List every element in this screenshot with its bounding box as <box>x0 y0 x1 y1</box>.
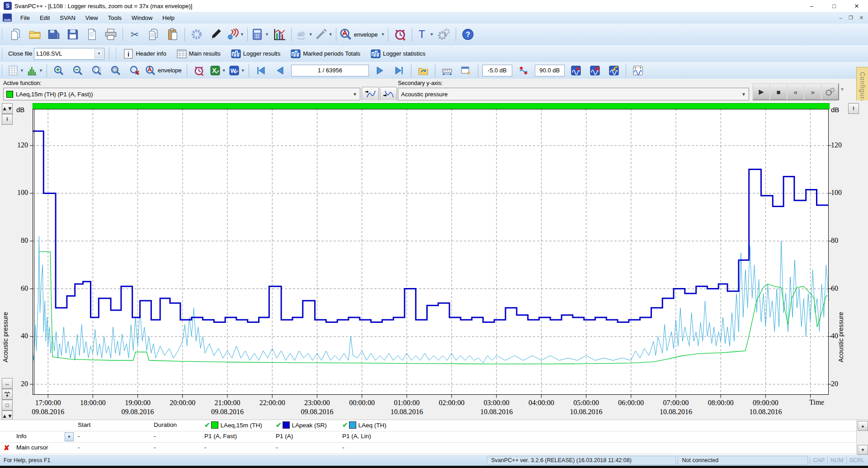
zoom-box-button[interactable]: □ <box>2 400 13 411</box>
page-indicator-field[interactable]: 1 / 63956 <box>291 65 369 76</box>
secondary-axis-select[interactable]: Acoustic pressure ▼ <box>398 88 749 100</box>
y-autoscale-right-button[interactable]: Ɨ <box>848 103 859 114</box>
sound-level-button[interactable]: ▼ <box>225 25 245 43</box>
calculator-button[interactable]: ▼ <box>250 25 270 43</box>
labels-button[interactable]: ▼ <box>294 25 314 43</box>
tools-button[interactable] <box>434 25 453 43</box>
zoom-page-button[interactable] <box>87 63 106 78</box>
refresh-button[interactable] <box>414 63 433 78</box>
settings-button[interactable] <box>187 25 206 43</box>
word-export-button[interactable]: ▼ <box>227 63 246 78</box>
wave-display-button[interactable] <box>628 63 647 78</box>
scroll-up-icon[interactable]: ▲ <box>858 421 868 431</box>
markers-button[interactable] <box>438 63 457 78</box>
alarm-clock-button[interactable] <box>391 25 410 43</box>
menu-item-svan[interactable]: SVAN <box>55 13 80 23</box>
start-column-header: Start <box>78 421 91 428</box>
app-icon: S <box>4 2 12 10</box>
wave-save-button[interactable] <box>566 63 585 78</box>
info-scrollbar[interactable]: ▲ ▼ <box>856 420 868 455</box>
legend-item[interactable]: ✔LAeq,15m (TH) <box>204 421 262 429</box>
first-page-button[interactable] <box>251 63 270 78</box>
mdi-minimize-icon[interactable]: – <box>840 15 842 21</box>
logger-results-button[interactable]: Logger results <box>228 47 283 61</box>
chevron-down-icon: ▼ <box>381 32 385 37</box>
marked-periods-totals-button[interactable]: Marked periods Totals <box>288 47 363 61</box>
chart-settings-button[interactable] <box>821 83 839 100</box>
minimize-icon[interactable]: – <box>800 0 823 12</box>
menu-item-window[interactable]: Window <box>127 13 157 23</box>
menu-item-file[interactable]: File <box>15 13 35 23</box>
fast-forward-button[interactable]: » <box>804 83 822 100</box>
level-high-field[interactable]: 90.0 dB <box>535 65 565 76</box>
clockmag-icon <box>193 65 204 76</box>
chevron-down-icon[interactable]: ▼ <box>840 87 844 92</box>
new-window-button[interactable] <box>457 63 476 78</box>
zoom-out-button[interactable] <box>68 63 87 78</box>
scroll-down-icon[interactable]: ▼ <box>858 445 868 455</box>
legend-item[interactable]: ✔LAeq (TH) <box>342 421 387 429</box>
menu-item-view[interactable]: View <box>80 13 103 23</box>
valley-down-button[interactable] <box>380 87 397 101</box>
save-all-button[interactable] <box>44 25 63 43</box>
menu-item-tools[interactable]: Tools <box>103 13 127 23</box>
next-page-button[interactable] <box>371 63 390 78</box>
copy-button[interactable] <box>144 25 163 43</box>
save-button[interactable] <box>63 25 82 43</box>
cut-button[interactable] <box>125 25 144 43</box>
paste-button[interactable] <box>163 25 182 43</box>
close-file-button[interactable]: Close file <box>8 50 32 57</box>
gridbtn2-icon <box>176 48 187 59</box>
stop-button[interactable]: ■ <box>769 83 788 100</box>
print-button[interactable] <box>101 25 120 43</box>
scale-arrows-icon[interactable] <box>514 63 533 78</box>
last-page-button[interactable] <box>390 63 409 78</box>
zoom-settings-button[interactable] <box>106 63 125 78</box>
peak-up-button[interactable] <box>362 87 379 101</box>
wave-delete-button[interactable] <box>585 63 604 78</box>
mdi-restore-icon[interactable]: ❐ <box>849 15 853 21</box>
logger-statistics-button[interactable]: Logger statistics <box>368 47 428 61</box>
level-low-field[interactable]: -5.0 dB <box>482 65 512 76</box>
rewind-button[interactable]: « <box>787 83 805 100</box>
selection-overview-bar[interactable] <box>33 103 830 109</box>
wave-undo-button[interactable] <box>604 63 623 78</box>
envelope-zoom-button[interactable]: envelope▼ <box>339 25 386 43</box>
excel-export-button[interactable]: ▼ <box>208 63 227 78</box>
new-file-button[interactable] <box>6 25 25 43</box>
file-select[interactable]: L108.SVL▼ <box>34 48 104 60</box>
close-icon[interactable]: ✕ <box>845 0 868 12</box>
zoom-cancel-button[interactable] <box>125 63 144 78</box>
spectrum-view-button[interactable]: ▼ <box>25 63 44 78</box>
series-lapeak-sr- <box>33 131 829 322</box>
menu-item-help[interactable]: Help <box>157 13 179 23</box>
y-autoscale-button[interactable]: Ɨ <box>2 114 13 125</box>
x-pan-button[interactable]: ↔ <box>2 378 13 389</box>
zoom-in-button[interactable] <box>49 63 68 78</box>
new-document-button[interactable] <box>82 25 101 43</box>
insert-button[interactable]: ▼ <box>314 25 334 43</box>
plot-canvas[interactable] <box>33 109 829 395</box>
y-scale-spinner[interactable]: ▲▼ <box>2 103 13 114</box>
chart-button[interactable] <box>270 25 289 43</box>
time-zoom-button[interactable] <box>189 63 208 78</box>
x-tick-label: 00:00:00 <box>349 398 375 407</box>
edit-button[interactable] <box>206 25 225 43</box>
menu-item-edit[interactable]: Edit <box>35 13 55 23</box>
active-function-select[interactable]: LAeq,15m (TH) (P1 (A, Fast)) ▼ <box>3 88 360 100</box>
cursor-snap-button[interactable] <box>2 389 13 400</box>
prev-page-button[interactable] <box>270 63 289 78</box>
mdi-close-icon[interactable]: ✕ <box>859 15 863 21</box>
open-file-button[interactable] <box>25 25 44 43</box>
main-results-button[interactable]: Main results <box>174 47 223 61</box>
legend-item[interactable]: ✔LApeak (SR) <box>276 421 327 429</box>
play-button[interactable]: ▶ <box>752 83 770 100</box>
delete-cursor-icon[interactable]: ✘ <box>4 444 9 452</box>
help-button[interactable] <box>458 25 477 43</box>
table-view-button[interactable]: ▼ <box>6 63 25 78</box>
header-info-button[interactable]: Header info <box>120 47 169 61</box>
maximize-icon[interactable]: □ <box>823 0 845 12</box>
text-button[interactable]: ▼ <box>415 25 434 43</box>
info-dropdown-button[interactable]: ▼ <box>65 432 74 441</box>
envelope-zoom-button[interactable]: envelope <box>144 63 184 78</box>
